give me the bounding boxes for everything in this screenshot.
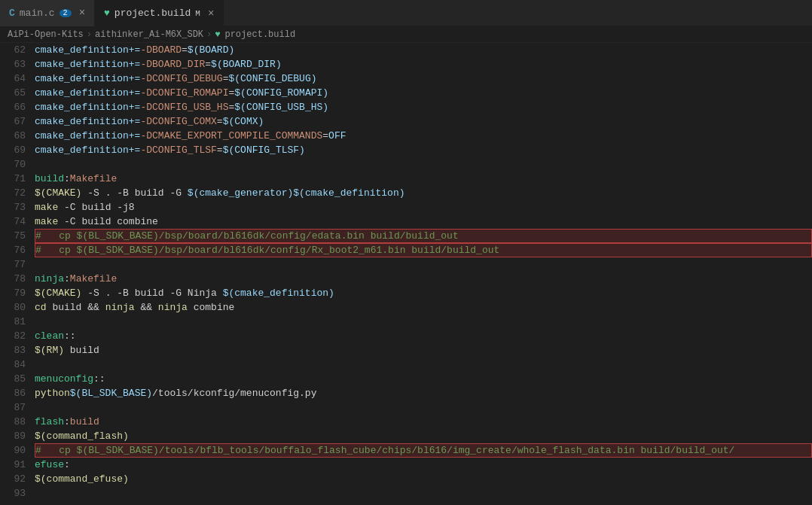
line-number: 69 (3, 143, 26, 157)
tab-main-c-close[interactable]: × (79, 7, 85, 19)
code-line (35, 157, 812, 172)
line-number: 86 (3, 386, 26, 400)
code-line: cmake_definition+= -DCMAKE_EXPORT_COMPIL… (35, 129, 812, 143)
line-number: 90 (3, 443, 26, 458)
tab-project-build-modified: M (195, 9, 200, 18)
line-number: 64 (3, 71, 26, 86)
tab-bar: C main.c 2 × ♥ project.build M × (0, 0, 812, 26)
tab-project-build-close[interactable]: × (208, 8, 214, 20)
code-line: menuconfig:: (35, 372, 812, 386)
line-number: 78 (3, 272, 26, 286)
code-line: python $(BL_SDK_BASE)/tools/kconfig/menu… (35, 386, 812, 400)
code-area[interactable]: cmake_definition+= -DBOARD=$(BOARD) cmak… (32, 43, 812, 505)
line-number: 88 (3, 415, 26, 429)
code-line: build:Makefile (35, 172, 812, 186)
breadcrumb: AiPi-Open-Kits › aithinker_Ai-M6X_SDK › … (0, 26, 812, 43)
line-number: 72 (3, 186, 26, 200)
code-line: # cp $(BL_SDK_BASE)/tools/bflb_tools/bou… (35, 443, 812, 458)
code-line: efuse: (35, 458, 812, 472)
line-number: 91 (3, 458, 26, 472)
line-number: 65 (3, 86, 26, 100)
code-line: # cp $(BL_SDK_BASE)/bsp/board/bl616dk/co… (35, 243, 812, 257)
code-line: $(CMAKE) -S . -B build -G Ninja $(cmake_… (35, 286, 812, 300)
code-line: cd build && ninja && ninja combine (35, 300, 812, 315)
code-line: cmake_definition+= -DCONFIG_COMX=$(COMX) (35, 114, 812, 129)
line-number: 79 (3, 286, 26, 300)
code-line: clean:: (35, 329, 812, 343)
code-line: # cp $(BL_SDK_BASE)/bsp/board/bl616dk/co… (35, 229, 812, 243)
code-line: cmake_definition+= -DCONFIG_DEBUG=$(CONF… (35, 71, 812, 86)
breadcrumb-part-3[interactable]: project.build (224, 29, 295, 40)
tab-main-c-label: main.c (20, 8, 55, 19)
line-number: 89 (3, 429, 26, 443)
tab-project-build[interactable]: ♥ project.build M × (95, 0, 224, 26)
code-line: cmake_definition+= -DBOARD=$(BOARD) (35, 43, 812, 57)
code-line: make -C build combine (35, 214, 812, 229)
code-line: $(CMAKE) -S . -B build -G $(cmake_genera… (35, 186, 812, 200)
line-number: 87 (3, 400, 26, 415)
tab-main-c-badge: 2 (60, 9, 72, 17)
line-number: 73 (3, 200, 26, 214)
breadcrumb-part-1[interactable]: AiPi-Open-Kits (8, 29, 84, 40)
line-number: 71 (3, 172, 26, 186)
line-number: 74 (3, 214, 26, 229)
tab-project-build-label: project.build (114, 8, 191, 19)
code-line: cmake_definition+= -DCONFIG_TLSF=$(CONFI… (35, 143, 812, 157)
code-line: cmake_definition+= -DCONFIG_ROMAPI=$(CON… (35, 86, 812, 100)
code-line: flash:build (35, 415, 812, 429)
code-line: cmake_definition+= -DCONFIG_USB_HS=$(CON… (35, 100, 812, 114)
line-number: 77 (3, 257, 26, 272)
line-number: 68 (3, 129, 26, 143)
editor: 6263646566676869707172737475767778798081… (0, 43, 812, 505)
breadcrumb-part-2[interactable]: aithinker_Ai-M6X_SDK (95, 29, 203, 40)
code-line (35, 400, 812, 415)
line-numbers: 6263646566676869707172737475767778798081… (0, 43, 32, 505)
code-line (35, 357, 812, 372)
code-line (35, 315, 812, 329)
code-line (35, 486, 812, 500)
breadcrumb-sep-1: › (87, 29, 92, 40)
build-icon: ♥ (104, 8, 110, 19)
code-line (35, 257, 812, 272)
line-number: 92 (3, 472, 26, 486)
code-line: cmake_definition+= -DBOARD_DIR=$(BOARD_D… (35, 57, 812, 71)
line-number: 81 (3, 315, 26, 329)
line-number: 75 (3, 229, 26, 243)
line-number: 76 (3, 243, 26, 257)
breadcrumb-build-icon: ♥ (215, 29, 220, 40)
code-line: ninja:Makefile (35, 272, 812, 286)
code-line: make -C build -j8 (35, 200, 812, 214)
line-number: 80 (3, 300, 26, 315)
line-number: 63 (3, 57, 26, 71)
breadcrumb-sep-2: › (206, 29, 212, 40)
tab-main-c[interactable]: C main.c 2 × (0, 0, 95, 26)
line-number: 66 (3, 100, 26, 114)
code-line: $(command_efuse) (35, 472, 812, 486)
line-number: 93 (3, 486, 26, 500)
code-line: $(command_flash) (35, 429, 812, 443)
line-number: 62 (3, 43, 26, 57)
code-line: $(RM) build (35, 343, 812, 357)
line-number: 83 (3, 343, 26, 357)
line-number: 67 (3, 114, 26, 129)
line-number: 82 (3, 329, 26, 343)
line-number: 85 (3, 372, 26, 386)
line-number: 84 (3, 357, 26, 372)
c-icon: C (9, 8, 15, 19)
line-number: 70 (3, 157, 26, 172)
